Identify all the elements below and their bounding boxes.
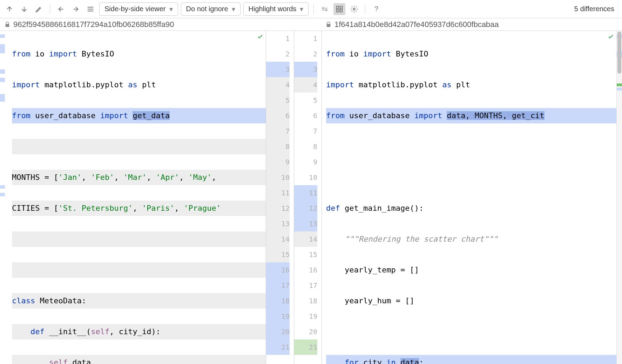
line-number: 9 — [266, 154, 290, 170]
ignore-dropdown[interactable]: Do not ignore ▾ — [181, 2, 241, 16]
right-pane[interactable]: from io import BytesIO import matplotlib… — [322, 31, 622, 364]
line-number: 15 — [294, 247, 317, 262]
line-number: 13 — [266, 216, 290, 231]
line-number: 18 — [294, 293, 317, 309]
left-file-name: 962f5945886616817f7294a10fb06268b85ffa90 — [13, 20, 174, 29]
back-icon[interactable] — [55, 3, 67, 15]
code-line: CITIES = ['St. Petersburg', 'Paris', 'Pr… — [12, 201, 266, 216]
line-number: 1 — [294, 31, 317, 46]
sync-scroll-icon[interactable] — [333, 3, 345, 15]
right-code[interactable]: from io import BytesIO import matplotlib… — [322, 31, 622, 364]
separator — [313, 4, 314, 14]
code-line — [326, 139, 622, 154]
code-line: from user_database import data, MONTHS, … — [326, 108, 622, 123]
highlight-dropdown[interactable]: Highlight words ▾ — [243, 2, 309, 16]
collapse-icon[interactable] — [319, 3, 331, 15]
line-number: 2 — [266, 46, 290, 62]
edit-icon[interactable] — [33, 3, 45, 15]
code-line: from io import BytesIO — [12, 46, 266, 62]
chevron-down-icon: ▾ — [300, 5, 303, 13]
left-pane[interactable]: from io import BytesIO import matplotlib… — [0, 31, 266, 364]
scroll-thumb[interactable] — [617, 32, 621, 74]
line-number: 15 — [266, 247, 290, 262]
line-number: 20 — [294, 324, 317, 339]
line-number: 5 — [294, 93, 317, 108]
list-icon[interactable] — [84, 3, 96, 15]
separator — [365, 4, 365, 14]
diff-toolbar: Side-by-side viewer ▾ Do not ignore ▾ Hi… — [0, 0, 622, 18]
line-number: 12 — [294, 201, 317, 216]
code-line: class MeteoData: — [12, 293, 266, 309]
lock-icon — [325, 21, 332, 28]
left-code[interactable]: from io import BytesIO import matplotlib… — [0, 31, 266, 364]
code-line: import matplotlib.pyplot as plt — [326, 77, 622, 93]
code-line: def __init__(self, city_id): — [12, 324, 266, 339]
code-line: yearly_hum = [] — [326, 293, 622, 309]
diff-count-label: 5 differences — [574, 5, 618, 13]
line-number: 21 — [266, 339, 290, 355]
line-number: 14 — [294, 231, 317, 247]
line-number: 20 — [266, 324, 290, 339]
chevron-down-icon: ▾ — [169, 5, 173, 13]
line-number: 10 — [266, 170, 290, 185]
prev-diff-icon[interactable] — [4, 3, 15, 15]
line-number: 19 — [294, 309, 317, 324]
view-mode-label: Side-by-side viewer — [104, 5, 166, 13]
code-line: def get_main_image(): — [326, 201, 622, 216]
chevron-down-icon: ▾ — [232, 5, 235, 13]
lock-icon — [4, 21, 11, 28]
right-file-name: 1f641a814b0e8d42a07fe405937d6c600fbcabaa — [334, 20, 499, 29]
line-number: 10 — [294, 170, 317, 185]
line-number: 8 — [294, 139, 317, 154]
line-number: 7 — [294, 123, 317, 139]
ignore-label: Do not ignore — [186, 5, 228, 13]
code-line: MONTHS = ['Jan', 'Feb', 'Mar', 'Apr', 'M… — [12, 170, 266, 185]
line-number: 21 — [294, 339, 317, 355]
code-line: for city in data: — [326, 355, 622, 364]
code-line: from user_database import get_data — [12, 108, 266, 123]
line-number: 7 — [266, 123, 290, 139]
line-number: 11 — [294, 185, 317, 201]
next-diff-icon[interactable] — [18, 3, 30, 15]
forward-icon[interactable] — [70, 3, 82, 15]
vertical-scrollbar[interactable] — [616, 31, 622, 364]
line-number: 4 — [294, 77, 317, 93]
line-number: 17 — [294, 278, 317, 293]
line-number: 14 — [266, 231, 290, 247]
separator — [50, 4, 50, 14]
code-line: self.data — [12, 355, 266, 364]
line-number: 11 — [266, 185, 290, 201]
checkmark-icon — [257, 33, 264, 41]
code-line: """Rendering the scatter chart""" — [326, 231, 622, 247]
line-number: 4 — [266, 77, 290, 93]
view-mode-dropdown[interactable]: Side-by-side viewer ▾ — [99, 2, 178, 16]
line-number: 9 — [294, 154, 317, 170]
right-file-header: 1f641a814b0e8d42a07fe405937d6c600fbcabaa — [321, 18, 622, 31]
line-number: 5 — [266, 93, 290, 108]
line-number: 2 — [294, 46, 317, 62]
help-icon[interactable]: ? — [370, 3, 382, 15]
left-gutter: 1 2 3 4 5 6 7 8 9 10 11 12 13 14 15 16 1… — [266, 31, 294, 364]
line-number: 19 — [266, 309, 290, 324]
line-number: 16 — [294, 262, 317, 278]
diff-body: from io import BytesIO import matplotlib… — [0, 31, 622, 364]
line-number: 8 — [266, 139, 290, 154]
highlight-label: Highlight words — [249, 5, 297, 13]
line-number: 16 — [266, 262, 290, 278]
line-number: 17 — [266, 278, 290, 293]
code-line — [12, 139, 266, 154]
line-number: 6 — [294, 108, 317, 123]
line-number: 6 — [266, 108, 290, 123]
right-gutter: 1 2 3 4 5 6 7 8 9 10 11 12 13 14 15 16 1… — [294, 31, 322, 364]
code-line — [326, 170, 622, 185]
line-number: 18 — [266, 293, 290, 309]
checkmark-icon — [607, 33, 614, 41]
code-line: from io import BytesIO — [326, 46, 622, 62]
line-number: 3 — [294, 62, 317, 77]
code-line: yearly_temp = [] — [326, 262, 622, 278]
code-line — [12, 231, 266, 247]
settings-icon[interactable] — [348, 3, 360, 15]
code-line: import matplotlib.pyplot as plt — [12, 77, 266, 93]
left-file-header: 962f5945886616817f7294a10fb06268b85ffa90 — [0, 18, 321, 31]
line-number: 3 — [266, 62, 290, 77]
